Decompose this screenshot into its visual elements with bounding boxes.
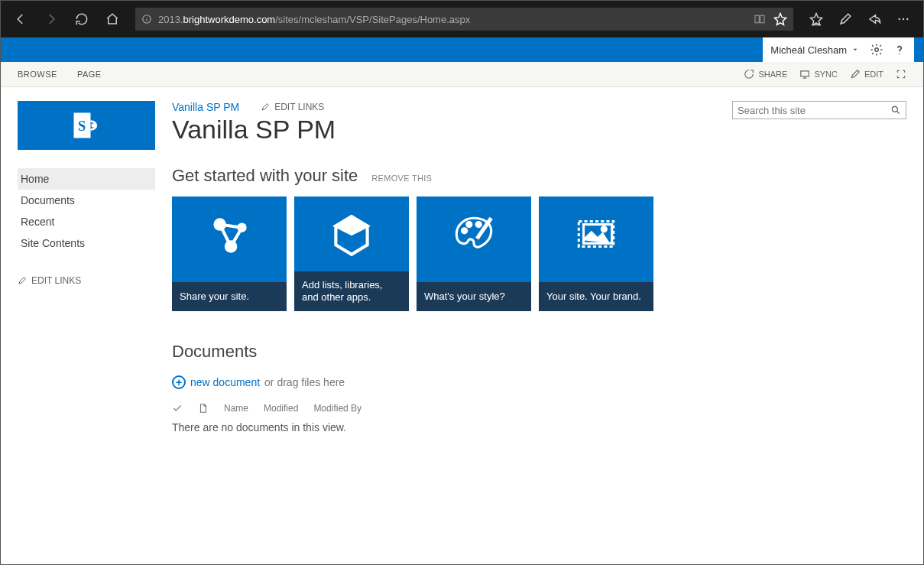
check-icon[interactable] <box>172 403 183 414</box>
col-name[interactable]: Name <box>224 403 248 414</box>
svg-point-3 <box>899 18 900 20</box>
user-name: Micheál Clesham <box>770 44 847 56</box>
breadcrumb-edit-links[interactable]: EDIT LINKS <box>261 102 324 112</box>
add-apps-icon <box>326 210 377 261</box>
sidebar-edit-links[interactable]: EDIT LINKS <box>18 275 155 286</box>
info-icon <box>141 14 152 24</box>
breadcrumb-site-link[interactable]: Vanilla SP PM <box>172 101 239 113</box>
pencil-icon <box>850 69 861 80</box>
search-input[interactable] <box>738 105 890 116</box>
tab-page[interactable]: PAGE <box>77 70 102 79</box>
pencil-icon <box>261 102 270 112</box>
help-icon[interactable] <box>893 43 906 57</box>
svg-rect-1 <box>755 15 759 22</box>
svg-rect-2 <box>760 15 764 22</box>
more-button[interactable] <box>890 5 917 33</box>
favorites-button[interactable] <box>802 5 830 33</box>
promoted-tiles: Share your site. Add lists, libraries, a… <box>172 196 906 311</box>
svg-point-5 <box>906 18 908 20</box>
ribbon: BROWSE PAGE SHARE SYNC EDIT <box>1 62 923 87</box>
svg-point-16 <box>462 229 467 233</box>
svg-point-6 <box>875 48 879 52</box>
tile-caption: Share your site. <box>172 282 287 311</box>
document-columns: Name Modified Modified By <box>172 403 906 414</box>
sidebar-item-documents[interactable]: Documents <box>18 190 155 211</box>
svg-point-21 <box>601 227 606 232</box>
svg-point-18 <box>476 222 481 226</box>
col-modified-by[interactable]: Modified By <box>313 403 361 414</box>
sidebar-item-recent[interactable]: Recent <box>18 211 155 232</box>
tile-caption: Your site. Your brand. <box>539 282 653 311</box>
refresh-button[interactable] <box>68 5 96 33</box>
drag-hint: or drag files here <box>264 376 345 388</box>
sidebar-item-home[interactable]: Home <box>18 168 155 190</box>
pencil-icon <box>18 276 27 285</box>
main-content: Vanilla SP PM EDIT LINKS Vanilla SP PM G… <box>172 101 906 433</box>
getstarted-heading: Get started with your site <box>172 166 358 186</box>
tile-caption: Add lists, libraries, and other apps. <box>294 271 409 312</box>
sidebar-item-site-contents[interactable]: Site Contents <box>18 232 155 254</box>
file-icon <box>198 403 209 414</box>
new-document-row: + new document or drag files here <box>172 375 906 389</box>
share-icon <box>744 69 754 80</box>
suite-bar: Micheál Clesham <box>1 37 923 62</box>
gear-icon[interactable] <box>870 43 883 57</box>
svg-point-7 <box>899 54 900 55</box>
edit-action[interactable]: EDIT <box>850 69 883 80</box>
focus-icon <box>896 69 906 80</box>
search-box[interactable] <box>732 101 906 119</box>
tile-share-site[interactable]: Share your site. <box>172 196 287 311</box>
chevron-down-icon <box>851 46 859 54</box>
svg-point-17 <box>467 222 472 226</box>
user-menu[interactable]: Micheál Clesham <box>763 37 914 62</box>
back-button[interactable] <box>7 5 34 33</box>
remove-this-link[interactable]: REMOVE THIS <box>371 174 432 183</box>
sync-icon <box>799 69 810 80</box>
image-icon <box>571 210 621 261</box>
palette-icon <box>449 210 499 261</box>
new-document-link[interactable]: new document <box>190 376 260 388</box>
svg-rect-8 <box>801 71 809 76</box>
notes-button[interactable] <box>832 5 859 33</box>
home-button[interactable] <box>99 5 126 33</box>
search-icon[interactable] <box>890 105 901 115</box>
svg-point-12 <box>892 106 897 112</box>
tile-brand[interactable]: Your site. Your brand. <box>539 196 653 311</box>
tile-style[interactable]: What's your style? <box>417 196 531 311</box>
plus-icon[interactable]: + <box>172 375 186 389</box>
share-browser-button[interactable] <box>861 5 888 33</box>
sidebar: S Home Documents Recent Site Contents ED… <box>18 101 155 433</box>
sharepoint-logo[interactable]: S <box>18 101 155 150</box>
address-bar[interactable]: 2013.brightworkdemo.com/sites/mclesham/V… <box>135 8 793 31</box>
tab-browse[interactable]: BROWSE <box>18 70 57 79</box>
col-modified[interactable]: Modified <box>264 403 298 414</box>
empty-message: There are no documents in this view. <box>172 421 906 433</box>
share-site-icon <box>204 210 255 261</box>
svg-text:S: S <box>78 119 86 134</box>
browser-toolbar: 2013.brightworkdemo.com/sites/mclesham/V… <box>1 1 923 37</box>
forward-button[interactable] <box>37 5 65 33</box>
svg-point-4 <box>903 18 904 20</box>
focus-action[interactable] <box>896 69 906 80</box>
share-action[interactable]: SHARE <box>744 69 787 80</box>
reading-view-icon[interactable] <box>754 13 766 25</box>
star-icon[interactable] <box>773 12 787 26</box>
url-text: 2013.brightworkdemo.com/sites/mclesham/V… <box>158 14 470 25</box>
tile-add-apps[interactable]: Add lists, libraries, and other apps. <box>294 196 409 311</box>
documents-heading: Documents <box>172 342 906 362</box>
sync-action[interactable]: SYNC <box>799 69 838 80</box>
tile-caption: What's your style? <box>417 282 531 311</box>
